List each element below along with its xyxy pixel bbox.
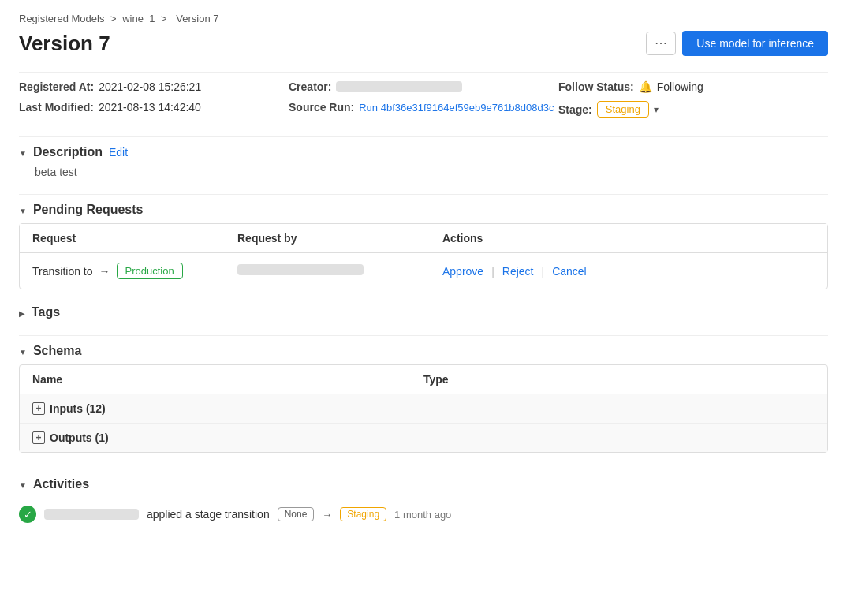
follow-status-label: Follow Status: [558,80,634,93]
activities-chevron[interactable] [19,478,27,491]
inputs-expand-btn[interactable]: + Inputs (12) [32,402,424,415]
pending-requests-title: Pending Requests [33,203,144,217]
cancel-link[interactable]: Cancel [552,265,587,278]
follow-status-row: Follow Status: 🔔 Following [558,80,828,93]
page-title: Version 7 [19,32,110,56]
pending-requests-chevron[interactable] [19,203,27,216]
description-section: Description Edit beta test [19,145,828,178]
action-sep-2: | [541,265,544,278]
action-sep-1: | [491,265,494,278]
follow-status-value: 🔔 Following [639,80,703,93]
metadata-grid: Registered At: 2021-02-08 15:26:21 Last … [19,80,828,118]
transition-label: Transition to [32,265,93,278]
schema-title: Schema [33,344,81,358]
schema-chevron[interactable] [19,345,27,357]
activity-time: 1 month ago [394,509,451,521]
outputs-plus-icon: + [32,431,45,444]
activities-header: Activities [19,477,828,491]
schema-col-type: Type [424,373,815,386]
production-badge: Production [117,263,183,279]
breadcrumb-wine1[interactable]: wine_1 [122,13,155,24]
stage-label: Stage: [558,103,592,116]
activity-from-badge: None [278,507,315,521]
pending-requests-section: Pending Requests Request Request by Acti… [19,203,828,289]
schema-header: Schema [19,344,828,358]
breadcrumb-version7: Version 7 [176,13,218,24]
meta-column-1: Registered At: 2021-02-08 15:26:21 Last … [19,80,289,118]
activity-entry: ✓ applied a stage transition None → Stag… [19,498,828,531]
activity-transition-arrow: → [322,509,332,521]
last-modified-label: Last Modified: [19,101,94,114]
tags-chevron[interactable] [19,306,25,319]
creator-value-placeholder [336,81,462,92]
source-run-label: Source Run: [289,101,354,114]
source-run-link[interactable]: Run 4bf36e31f9164ef59eb9e761b8d08d3c [359,102,554,114]
registered-at-label: Registered At: [19,80,94,93]
activity-action: applied a stage transition [147,508,270,521]
breadcrumb-sep-2: > [161,13,170,24]
stage-dropdown-arrow[interactable]: ▾ [654,104,659,115]
metadata-divider [19,136,828,137]
description-title: Description [33,145,103,159]
creator-row: Creator: [289,80,558,93]
requestby-placeholder [237,264,364,275]
transition-cell: Transition to → Production [32,263,237,279]
activity-check-icon: ✓ [19,506,36,523]
header-actions: ⋯ Use model for inference [646,31,828,56]
use-model-button[interactable]: Use model for inference [682,31,828,56]
activities-section: Activities ✓ applied a stage transition … [19,477,828,531]
schema-table-header: Name Type [20,365,827,394]
activity-user-placeholder [44,509,139,520]
activity-to-badge: Staging [340,507,386,521]
activities-title: Activities [33,477,89,491]
outputs-expand-btn[interactable]: + Outputs (1) [32,431,424,444]
follow-status-text: Following [657,80,703,93]
tags-section: Tags [19,305,828,319]
pending-requests-header: Pending Requests [19,203,828,217]
approve-link[interactable]: Approve [442,265,483,278]
description-chevron[interactable] [19,146,27,159]
breadcrumb-sep-1: > [110,13,119,24]
tags-header: Tags [19,305,828,319]
description-content: beta test [35,166,828,178]
outputs-label: Outputs (1) [50,431,109,444]
actions-cell: Approve | Reject | Cancel [442,265,815,278]
description-edit-link[interactable]: Edit [109,146,128,159]
stage-tag: Staging [597,101,649,118]
reject-link[interactable]: Reject [502,265,534,278]
tags-title: Tags [32,305,60,319]
schema-divider [19,469,828,469]
breadcrumb-registered-models[interactable]: Registered Models [19,13,104,24]
meta-column-3: Follow Status: 🔔 Following Stage: Stagin… [558,80,828,118]
stage-badge: Staging ▾ [597,101,659,118]
last-modified-value: 2021-08-13 14:42:40 [99,101,201,114]
breadcrumb: Registered Models > wine_1 > Version 7 [19,13,828,24]
registered-at-row: Registered At: 2021-02-08 15:26:21 [19,80,289,93]
schema-col-name: Name [32,373,424,386]
inputs-label: Inputs (12) [50,402,106,415]
transition-arrow-icon: → [99,265,110,278]
table-header: Request Request by Actions [20,224,827,253]
page-header: Version 7 ⋯ Use model for inference [19,31,828,56]
schema-section: Schema Name Type + Inputs (12) + Outputs… [19,344,828,453]
col-request: Request [32,232,237,245]
meta-column-2: Creator: Source Run: Run 4bf36e31f9164ef… [289,80,558,118]
table-row: Transition to → Production Approve | Rej… [20,253,827,289]
more-options-button[interactable]: ⋯ [646,32,676,55]
pending-requests-table: Request Request by Actions Transition to… [19,223,828,289]
source-run-row: Source Run: Run 4bf36e31f9164ef59eb9e761… [289,101,558,114]
bell-icon: 🔔 [639,80,652,93]
stage-row: Stage: Staging ▾ [558,101,828,118]
last-modified-row: Last Modified: 2021-08-13 14:42:40 [19,101,289,114]
creator-label: Creator: [289,80,331,93]
schema-inputs-row: + Inputs (12) [20,394,827,424]
description-divider [19,194,828,195]
description-header: Description Edit [19,145,828,159]
header-divider [19,72,828,73]
inputs-plus-icon: + [32,402,45,415]
registered-at-value: 2021-02-08 15:26:21 [99,80,201,93]
col-actions: Actions [442,232,815,245]
schema-table: Name Type + Inputs (12) + Outputs (1) [19,364,828,453]
schema-outputs-row: + Outputs (1) [20,424,827,452]
tags-divider [19,335,828,336]
